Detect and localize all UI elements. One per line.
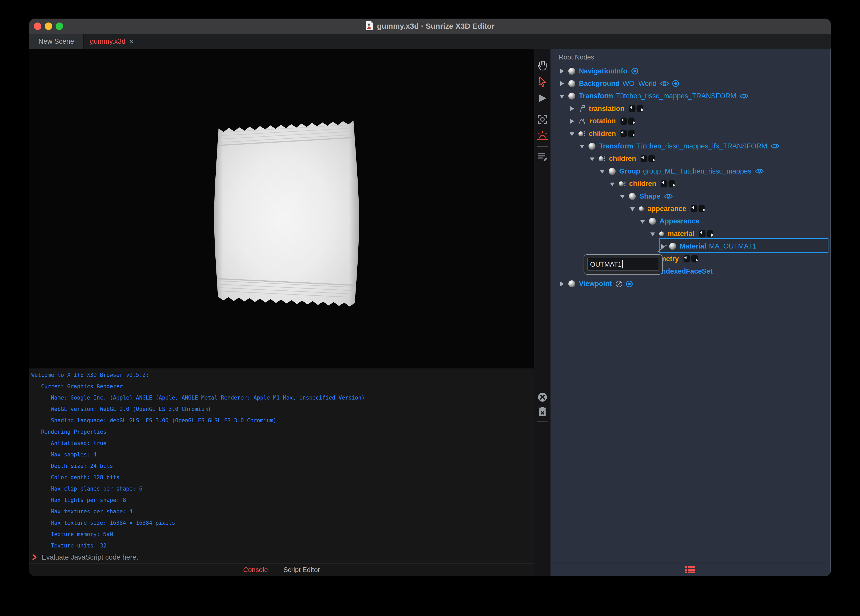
tree-row-group[interactable]: Groupgroup_ME_Tütchen_rissc_mappes — [600, 165, 764, 178]
expander-open-icon[interactable] — [610, 182, 615, 186]
field-name[interactable]: translation — [589, 105, 625, 113]
tree-row-children[interactable]: children — [610, 178, 677, 190]
tree-row-translation[interactable]: translation — [570, 102, 645, 115]
node-def-name[interactable]: Tütchen_rissc_mappes_TRANSFORM — [616, 92, 736, 100]
console-log-text: Welcome to X_ITE X3D Browser v9.5.2: Cur… — [29, 369, 534, 551]
tree-row-appearance[interactable]: Appearance — [640, 215, 700, 228]
play-button[interactable] — [534, 90, 551, 107]
field-name[interactable]: material — [668, 230, 695, 238]
field-name[interactable]: children — [609, 155, 636, 163]
center-view-button[interactable] — [534, 111, 551, 128]
route-buttons-icon[interactable] — [661, 179, 677, 189]
edit-tool-icon[interactable] — [615, 280, 623, 288]
route-buttons-icon[interactable] — [620, 116, 637, 126]
node-type-name[interactable]: Shape — [639, 192, 661, 200]
scene-tabstrip: New Scene gummy.x3d × — [29, 34, 831, 49]
minimize-window-button[interactable] — [45, 22, 52, 30]
tree-row-viewpoint[interactable]: Viewpoint — [560, 278, 633, 290]
tab-gummy-x3d[interactable]: gummy.x3d × — [83, 34, 140, 49]
rename-popup: OUTMAT1 — [584, 254, 663, 275]
expander-closed-icon[interactable] — [570, 106, 574, 111]
field-name[interactable]: appearance — [647, 205, 686, 213]
expander-open-icon[interactable] — [590, 156, 595, 161]
field-name[interactable]: rotation — [590, 117, 616, 125]
tab-console[interactable]: Console — [243, 566, 268, 574]
tree-row-background[interactable]: BackgroundWO_World — [560, 77, 680, 90]
node-type-name[interactable]: Material — [680, 242, 706, 250]
node-def-name[interactable]: WO_World — [623, 80, 657, 88]
expander-closed-icon[interactable] — [570, 119, 574, 124]
tree-row-material[interactable]: material — [650, 228, 715, 240]
expander-closed-icon[interactable] — [560, 281, 564, 286]
bound-node-icon[interactable] — [626, 280, 633, 288]
field-name[interactable]: children — [629, 180, 656, 188]
node-type-name[interactable]: Transform — [579, 92, 613, 100]
clear-console-button[interactable] — [534, 390, 551, 404]
tree-row-transform[interactable]: TransformTütchen_rissc_mappes_TRANSFORM — [560, 90, 749, 102]
node-type-name[interactable]: IndexedFaceSet — [660, 267, 713, 275]
straighten-horizon-button[interactable] — [534, 128, 551, 144]
node-type-name[interactable]: Background — [579, 80, 620, 88]
route-buttons-icon[interactable] — [691, 204, 707, 213]
close-tab-icon[interactable]: × — [130, 38, 133, 45]
script-edit-button[interactable] — [534, 149, 551, 165]
tree-row-appearance[interactable]: appearance — [630, 203, 707, 215]
expander-closed-icon[interactable] — [560, 81, 564, 86]
node-def-name[interactable]: group_ME_Tütchen_rissc_mappes — [643, 167, 752, 175]
zoom-window-button[interactable] — [56, 22, 63, 30]
route-buttons-icon[interactable] — [620, 129, 637, 138]
eye-icon[interactable] — [755, 168, 764, 174]
sfnode-field-icon — [639, 206, 644, 211]
expander-open-icon[interactable] — [570, 131, 574, 136]
eye-icon[interactable] — [739, 93, 749, 99]
eye-icon[interactable] — [771, 143, 780, 149]
tab-script-editor[interactable]: Script Editor — [283, 566, 320, 574]
rename-value: OUTMAT1 — [590, 261, 621, 269]
tree-row-navigationinfo[interactable]: NavigationInfo — [560, 65, 639, 77]
tree-row-rotation[interactable]: rotation — [570, 115, 637, 127]
hand-tool-button[interactable] — [534, 57, 551, 74]
bound-node-icon[interactable] — [672, 80, 680, 87]
tree-row-children[interactable]: children — [590, 152, 657, 165]
route-buttons-icon[interactable] — [698, 229, 715, 239]
console-tabs: Console Script Editor — [29, 563, 534, 576]
outline-list-icon[interactable] — [684, 565, 696, 574]
tree-row-shape[interactable]: Shape — [620, 190, 673, 203]
bound-node-icon[interactable] — [631, 67, 639, 75]
tab-new-scene[interactable]: New Scene — [29, 34, 83, 49]
x3d-viewport[interactable] — [29, 49, 534, 369]
window-title: gummy.x3d · Sunrize X3D Editor — [377, 22, 494, 30]
route-buttons-icon[interactable] — [629, 104, 645, 113]
rename-input[interactable]: OUTMAT1 — [587, 258, 659, 270]
tree-row-transform[interactable]: TransformTütchen_rissc_mappes_ifs_TRANSF… — [580, 140, 780, 152]
close-window-button[interactable] — [34, 22, 41, 30]
node-type-name[interactable]: Transform — [599, 142, 633, 150]
select-arrow-tool-button[interactable] — [534, 74, 551, 90]
expander-open-icon[interactable] — [650, 231, 655, 236]
expander-open-icon[interactable] — [560, 94, 564, 99]
route-buttons-icon[interactable] — [683, 254, 700, 264]
expander-closed-icon[interactable] — [560, 69, 564, 74]
tree-row-material[interactable]: MaterialMA_OUTMAT1 — [661, 240, 756, 253]
expander-open-icon[interactable] — [580, 144, 584, 148]
prompt-chevron-icon — [32, 553, 38, 561]
node-def-name[interactable]: Tütchen_rissc_mappes_ifs_TRANSFORM — [636, 142, 767, 150]
node-type-name[interactable]: Group — [619, 167, 640, 175]
field-name[interactable]: children — [589, 130, 616, 138]
evaluate-js-input[interactable] — [41, 553, 534, 562]
tree-row-children[interactable]: children — [570, 127, 637, 140]
expander-open-icon[interactable] — [630, 206, 635, 211]
eye-icon[interactable] — [660, 80, 669, 87]
node-type-name[interactable]: Appearance — [660, 217, 700, 225]
expander-open-icon[interactable] — [640, 219, 645, 224]
route-buttons-icon[interactable] — [640, 154, 657, 163]
expander-open-icon[interactable] — [620, 194, 625, 199]
node-sphere-icon — [609, 168, 616, 175]
expander-open-icon[interactable] — [600, 169, 604, 173]
eye-icon[interactable] — [664, 193, 673, 200]
node-type-name[interactable]: NavigationInfo — [579, 67, 628, 75]
delete-messages-button[interactable] — [534, 404, 551, 419]
node-type-name[interactable]: Viewpoint — [579, 280, 612, 288]
node-def-name[interactable]: MA_OUTMAT1 — [709, 242, 756, 250]
node-sphere-icon — [568, 93, 575, 99]
